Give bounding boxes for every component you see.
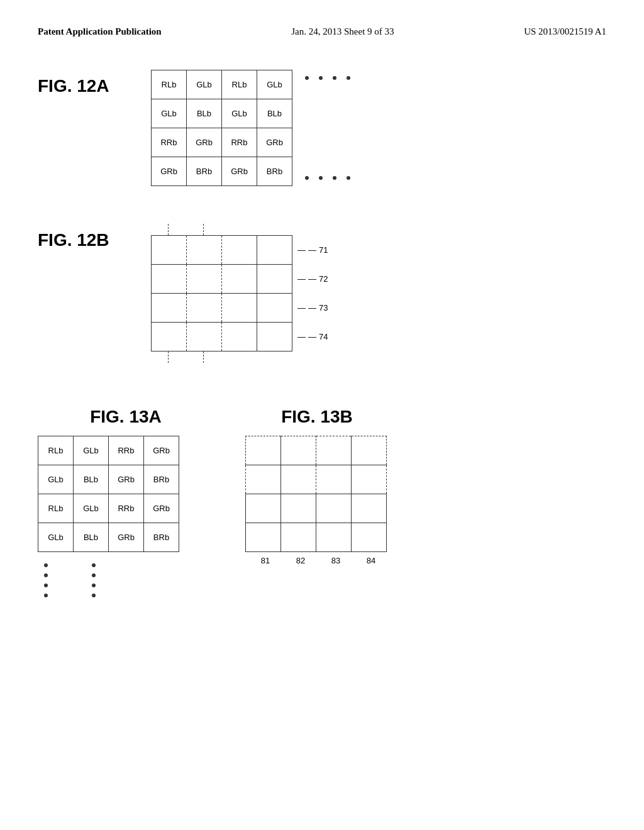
fig-12a-grid-wrapper: RLbGLbRLbGLbGLbBLbGLbBLbRRbGRbRRbGRbGRbB… [151, 70, 292, 186]
grid-cell: GRb [222, 157, 257, 186]
dot [347, 76, 350, 80]
ref-number: 84 [353, 556, 389, 565]
grid-cell: GLb [222, 99, 257, 128]
dashed-line-2 [203, 224, 204, 235]
grid-cell: RRb [152, 128, 187, 157]
grid-cell: GRb [109, 465, 144, 494]
grid-cell: RRb [222, 128, 257, 157]
grid-cell [281, 523, 316, 552]
grid-cell: RRb [109, 494, 144, 523]
fig-13b-ref-nums: 81828384 [245, 556, 389, 565]
figure-12a: FIG. 12A RLbGLbRLbGLbGLbBLbGLbBLbRRbGRbR… [38, 70, 606, 186]
fig-12b-refs: —71 —72 —73 —74 [292, 235, 328, 351]
fig-13a-grid: RLbGLbRRbGRbGLbBLbGRbBRbRLbGLbRRbGRbGLbB… [38, 436, 179, 552]
grid-cell [316, 465, 352, 494]
dots-row-2 [44, 573, 96, 577]
grid-cell: BRb [144, 523, 179, 552]
fig-12a-content: RLbGLbRLbGLbGLbBLbGLbBLbRRbGRbRRbGRbGRbB… [151, 70, 350, 186]
figure-13a: FIG. 13A RLbGLbRRbGRbGLbBLbGRbBRbRLbGLbR… [38, 407, 214, 597]
dot [44, 594, 48, 597]
grid-cell [187, 294, 222, 323]
ref-number: 81 [248, 556, 283, 565]
grid-cell: GRb [109, 523, 144, 552]
fig-13a-title: FIG. 13A [38, 407, 214, 427]
dashed-line-3 [168, 351, 169, 363]
dot [305, 76, 309, 80]
dot [305, 176, 309, 180]
grid-cell [257, 236, 292, 265]
grid-cell: BRb [144, 465, 179, 494]
fig-12a-label: FIG. 12A [38, 70, 138, 102]
fig-12a-title: FIG. 12A [38, 76, 138, 96]
grid-cell [222, 294, 257, 323]
dots-row-3 [44, 584, 96, 587]
figure-13-row: FIG. 13A RLbGLbRRbGRbGLbBLbGRbBRbRLbGLbR… [38, 407, 606, 597]
fig-12b-grid [151, 235, 292, 351]
grid-cell [352, 523, 387, 552]
figure-13b: FIG. 13B 81828384 [245, 407, 389, 565]
fig-12a-dots [305, 70, 350, 186]
grid-cell [152, 294, 187, 323]
grid-cell [152, 323, 187, 351]
grid-cell: GRb [257, 128, 292, 157]
grid-cell [246, 494, 281, 523]
fig-12b-title: FIG. 12B [38, 230, 138, 250]
fig-12b-top-dashes [151, 224, 292, 235]
grid-cell [352, 436, 387, 465]
fig-12b-content: —71 —72 —73 —74 [151, 224, 328, 363]
page-container: Patent Application Publication Jan. 24, … [0, 0, 644, 830]
grid-cell: BLb [257, 99, 292, 128]
header-publication-type: Patent Application Publication [38, 25, 162, 38]
grid-cell [316, 494, 352, 523]
grid-cell: BLb [187, 99, 222, 128]
grid-cell: RLb [152, 70, 187, 99]
ref-74: —74 [297, 322, 328, 351]
grid-cell [257, 265, 292, 294]
dot [44, 563, 48, 567]
grid-cell: BLb [74, 523, 109, 552]
grid-cell [246, 465, 281, 494]
grid-cell [152, 236, 187, 265]
dashed-line-1 [168, 224, 169, 235]
grid-cell: RLb [222, 70, 257, 99]
grid-cell [222, 236, 257, 265]
fig-12b-label: FIG. 12B [38, 224, 138, 257]
dot [319, 76, 323, 80]
ref-number: 83 [318, 556, 353, 565]
page-header: Patent Application Publication Jan. 24, … [38, 25, 606, 38]
dot [333, 76, 336, 80]
grid-cell: RLb [38, 436, 74, 465]
grid-cell [187, 265, 222, 294]
ref-73: —73 [297, 293, 328, 322]
fig-13b-grid [245, 436, 387, 552]
dot [44, 584, 48, 587]
fig-12a-dots-top [305, 76, 350, 80]
fig-12b-bottom-dashes [151, 351, 292, 363]
grid-cell: GLb [74, 436, 109, 465]
dots-row-4 [44, 594, 96, 597]
grid-cell [257, 294, 292, 323]
dot [92, 584, 96, 587]
fig-13a-dots [38, 563, 96, 597]
grid-cell: GLb [74, 494, 109, 523]
grid-cell [316, 523, 352, 552]
grid-cell: GLb [38, 523, 74, 552]
ref-number: 82 [283, 556, 318, 565]
grid-cell: BLb [74, 465, 109, 494]
fig-12b-grid-refs: —71 —72 —73 —74 [151, 235, 328, 351]
grid-cell [352, 494, 387, 523]
ref-72: —72 [297, 264, 328, 293]
grid-cell: BRb [257, 157, 292, 186]
grid-cell [281, 465, 316, 494]
dots-row-1 [44, 563, 96, 567]
grid-cell [352, 465, 387, 494]
dot [44, 573, 48, 577]
fig-12a-grid: RLbGLbRLbGLbGLbBLbGLbBLbRRbGRbRRbGRbGRbB… [151, 70, 292, 186]
dashed-line-4 [203, 351, 204, 363]
grid-cell: BRb [187, 157, 222, 186]
dot [92, 573, 96, 577]
dot [92, 563, 96, 567]
ref-71: —71 [297, 235, 328, 264]
grid-cell: GRb [187, 128, 222, 157]
grid-cell: GRb [152, 157, 187, 186]
